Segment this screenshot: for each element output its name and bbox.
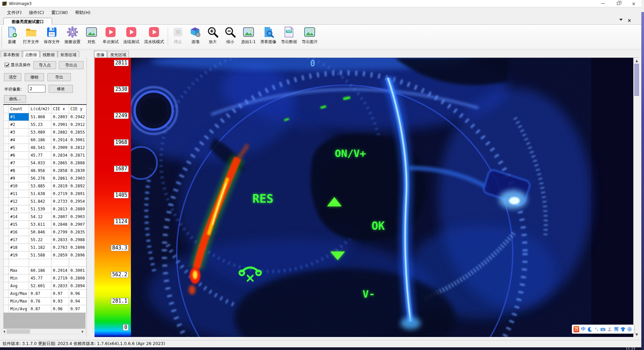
table-horizontal-scrollbar[interactable] bbox=[1, 329, 86, 334]
table-cell[interactable]: 45.77 bbox=[29, 274, 51, 282]
table-cell[interactable]: 0.2871 bbox=[69, 151, 86, 159]
table-cell[interactable]: #11 bbox=[9, 190, 29, 197]
table-cell[interactable]: 54.033 bbox=[29, 159, 51, 167]
table-cell[interactable]: 48.956 bbox=[29, 167, 51, 174]
table-cell[interactable]: 51.588 bbox=[29, 251, 51, 259]
table-cell[interactable]: 0.97 bbox=[69, 305, 86, 313]
table-cell[interactable]: 0.96 bbox=[69, 290, 86, 297]
table-cell[interactable]: 53.611 bbox=[29, 220, 51, 228]
table-cell[interactable]: 0.2830 bbox=[69, 167, 86, 174]
table-cell[interactable]: #9 bbox=[9, 174, 29, 182]
table-cell[interactable]: #17 bbox=[9, 236, 29, 243]
toolbar-button-7[interactable]: 流水线模式 bbox=[142, 25, 166, 45]
table-cell[interactable]: 0.2855 bbox=[69, 128, 86, 136]
table-cell[interactable]: 0.2909 bbox=[51, 144, 69, 151]
table-cell[interactable]: #18 bbox=[9, 243, 29, 251]
table-cell[interactable]: 0.2719 bbox=[51, 190, 69, 197]
toolbar-button-15[interactable]: 导出图片 bbox=[299, 25, 320, 45]
table-cell[interactable]: 0.2808 bbox=[69, 274, 86, 282]
table-cell[interactable]: 0.2903 bbox=[69, 213, 86, 220]
document-tab[interactable]: 图像亮度测试窗口 bbox=[3, 18, 52, 25]
table-cell[interactable]: #3 bbox=[9, 128, 29, 136]
table-cell[interactable]: Avg bbox=[9, 282, 29, 290]
table-cell[interactable]: 0.2942 bbox=[69, 113, 86, 121]
table-cell[interactable] bbox=[9, 259, 29, 267]
toolbar-button-12[interactable]: 原始1:1 bbox=[239, 25, 258, 45]
table-cell[interactable]: 60.186 bbox=[29, 136, 51, 144]
table-cell[interactable]: 54.12 bbox=[29, 213, 51, 220]
image-vertical-scrollbar[interactable]: ▲ ▼ bbox=[633, 58, 639, 337]
skin-icon[interactable] bbox=[620, 326, 626, 332]
chinese-mode-icon[interactable]: 中 bbox=[581, 326, 586, 332]
table-cell[interactable]: 52.601 bbox=[29, 282, 51, 290]
export-button[interactable]: 导出 bbox=[47, 73, 71, 81]
table-cell[interactable]: #6 bbox=[9, 151, 29, 159]
toolbar-button-4[interactable]: 对焦 bbox=[83, 25, 100, 45]
table-cell[interactable]: 0.2907 bbox=[69, 220, 86, 228]
table-cell[interactable]: 51.638 bbox=[29, 190, 51, 197]
table-cell[interactable]: 0.2901 bbox=[51, 121, 69, 128]
keyboard-icon[interactable] bbox=[600, 326, 606, 332]
table-cell[interactable]: 0.2891 bbox=[69, 190, 86, 197]
table-cell[interactable]: 0.2803 bbox=[51, 113, 69, 121]
toolbar-button-13[interactable]: 查看图像 bbox=[258, 25, 279, 45]
table-cell[interactable]: 55.23 bbox=[29, 121, 51, 128]
table-cell[interactable]: 53.885 bbox=[29, 182, 51, 190]
table-cell[interactable]: 51.868 bbox=[29, 113, 51, 121]
table-cell[interactable]: #10 bbox=[9, 182, 29, 190]
table-cell[interactable]: 0.94 bbox=[69, 297, 86, 305]
table-cell[interactable] bbox=[69, 259, 86, 267]
table-cell[interactable]: 0.2733 bbox=[51, 197, 69, 205]
table-cell[interactable]: 0.2819 bbox=[51, 182, 69, 190]
table-cell[interactable]: 0.2914 bbox=[51, 136, 69, 144]
toolbar-button-9[interactable]: 选项 bbox=[187, 25, 204, 45]
toolbar-button-6[interactable]: 连续测试 bbox=[121, 25, 142, 45]
vertical-scroll-thumb[interactable] bbox=[634, 64, 639, 96]
toolbar-button-10[interactable]: 放大 bbox=[204, 25, 221, 45]
menu-item-3[interactable]: 帮助(H) bbox=[71, 8, 94, 17]
table-cell[interactable]: 0.2988 bbox=[69, 236, 86, 243]
table-cell[interactable] bbox=[51, 259, 69, 267]
table-cell[interactable]: 48.541 bbox=[29, 144, 51, 151]
toolbar-grip[interactable] bbox=[1, 26, 2, 47]
table-cell[interactable]: 0.87 bbox=[29, 305, 51, 313]
table-cell[interactable]: Min bbox=[9, 274, 29, 282]
user-icon[interactable] bbox=[607, 326, 612, 332]
tab-close-icon[interactable]: × bbox=[627, 18, 631, 23]
table-cell[interactable]: Avg/Max bbox=[9, 290, 29, 297]
export-points-button[interactable]: 导出点 bbox=[59, 61, 84, 69]
table-cell[interactable]: 0.2954 bbox=[69, 197, 86, 205]
table-cell[interactable]: Max bbox=[9, 267, 29, 274]
undo-button[interactable]: 撤销 bbox=[25, 73, 44, 81]
toolbar-button-5[interactable]: 单次测试 bbox=[100, 25, 121, 45]
toolbar-button-0[interactable]: 新建 bbox=[3, 25, 21, 45]
table-cell[interactable]: #2 bbox=[9, 121, 29, 128]
table-cell[interactable]: #14 bbox=[9, 213, 29, 220]
toolbar-button-1[interactable]: 打开文件 bbox=[21, 25, 41, 45]
table-cell[interactable]: 55.22 bbox=[29, 236, 51, 243]
table-cell[interactable]: 50.846 bbox=[29, 228, 51, 236]
table-cell[interactable]: 0.87 bbox=[29, 290, 51, 297]
import-points-button[interactable]: 导入点 bbox=[33, 61, 56, 69]
table-cell[interactable]: 56.276 bbox=[29, 174, 51, 182]
scroll-left-arrow-icon[interactable] bbox=[2, 329, 7, 334]
table-cell[interactable]: 0.2813 bbox=[51, 205, 69, 213]
menu-item-2[interactable]: 窗口(W) bbox=[48, 8, 71, 17]
table-cell[interactable]: 0.2835 bbox=[69, 228, 86, 236]
table-cell[interactable]: 0.2833 bbox=[51, 282, 69, 290]
ime-logo-icon[interactable]: 万 bbox=[574, 326, 579, 332]
thermal-image-area[interactable]: ON/V+ ON/V+ RES RES OK OK V- V- 0 bbox=[131, 58, 633, 337]
table-cell[interactable]: 0.2833 bbox=[51, 236, 69, 243]
horizontal-scroll-thumb[interactable] bbox=[7, 329, 30, 334]
simplified-chinese-icon[interactable]: 简 bbox=[614, 326, 619, 332]
scroll-right-arrow-icon[interactable] bbox=[80, 329, 85, 334]
table-cell[interactable]: 45.77 bbox=[29, 151, 51, 159]
table-cell[interactable]: 0.3001 bbox=[69, 136, 86, 144]
table-cell[interactable]: 0.2858 bbox=[51, 167, 69, 174]
scroll-down-arrow-icon[interactable]: ▼ bbox=[634, 332, 640, 337]
curve-button[interactable]: 曲线... bbox=[4, 95, 26, 103]
table-cell[interactable]: 51.539 bbox=[29, 205, 51, 213]
table-cell[interactable]: #1 bbox=[9, 113, 29, 121]
table-cell[interactable]: 0.2882 bbox=[51, 128, 69, 136]
table-cell[interactable]: #19 bbox=[9, 251, 29, 259]
